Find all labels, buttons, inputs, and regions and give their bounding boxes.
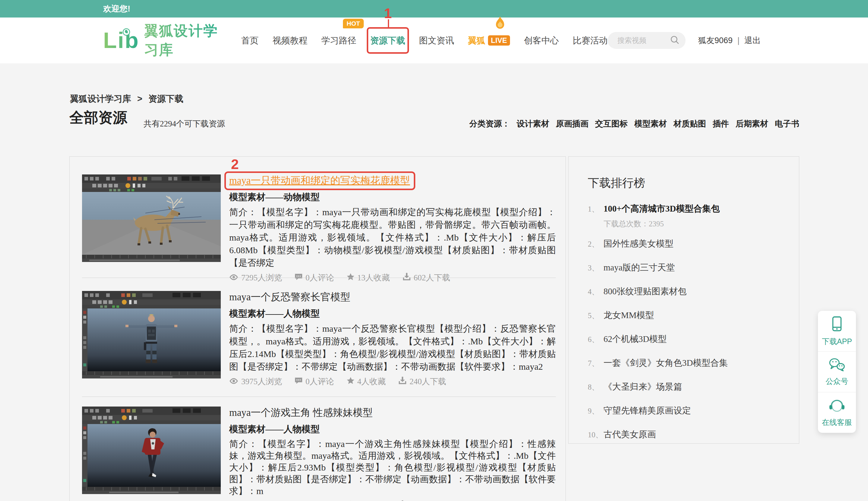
nav-item-maker-center[interactable]: 创客中心 [524,34,559,46]
site-logo[interactable]: Lib 翼狐设计学习库 [103,21,222,60]
ranking-item-7[interactable]: 7、 一套《剑灵》女角色3D模型合集 [588,357,780,370]
rank-text[interactable]: 古代美女原画 [604,428,656,440]
ranking-item-1[interactable]: 1、 100+个高清城市3D模型合集包 [588,203,780,215]
rank-text[interactable]: maya版的三寸天堂 [604,262,675,274]
rank-download-count: 下载总次数：2395 [604,220,780,228]
breadcrumb-current: 资源下载 [149,94,183,104]
welcome-bar: 欢迎您! [0,0,868,18]
resource-count: 共有2294个可下载资源 [144,118,225,129]
category-illustration[interactable]: 原画插画 [556,118,589,129]
downloads-stat: 141人下载 [398,500,446,501]
breadcrumb-root[interactable]: 翼狐设计学习库 [70,94,131,104]
ranking-item-3[interactable]: 3、 maya版的三寸天堂 [588,262,780,274]
category-filter: 分类资源： 设计素材 原画插画 交互图标 模型素材 材质贴图 插件 后期素材 电… [469,118,799,129]
downloads-count: 240人下载 [409,376,446,387]
user-info: 狐友9069 | 退出 [698,35,761,46]
rank-text[interactable]: 守望先锋精美原画设定 [604,404,691,416]
ranking-item-2[interactable]: 2、 国外性感美女模型 [588,237,780,250]
views-icon [229,377,238,386]
ranking-item-10[interactable]: 10、 古代美女原画 [588,428,780,441]
resource-thumbnail-officer[interactable] [82,291,221,379]
comments-icon [295,377,303,386]
comments-stat: 0人评论 [295,376,334,387]
search-box[interactable] [608,32,685,49]
resource-description: 简介：【模型名字】：maya一个游戏主角性感辣妹模型【模型介绍】：性感辣妹，游戏… [229,438,556,497]
header-right: 狐友9069 | 退出 [608,32,761,49]
service-icon [828,398,845,414]
live-badge: LIVE [488,35,510,45]
comments-count: 0人评论 [306,376,334,387]
live-prefix: 翼狐 [468,34,486,46]
nav-item-home[interactable]: 首页 [241,34,259,46]
downloads-stat: 240人下载 [398,376,446,387]
rank-text[interactable]: 《大圣归来》场景篇 [604,381,682,393]
welcome-text: 欢迎您! [103,4,130,13]
main-nav: 首页 视频教程 学习路径 HOT 资源下载 1 图文资讯 翼狐 LIVE 创客中… [241,34,608,46]
ranking-title: 下载排行榜 [569,157,799,190]
online-service-button[interactable]: 在线客服 [818,392,856,433]
nav-item-label: 学习路径 [321,35,356,45]
views-count: 3975人浏览 [241,376,282,387]
category-post[interactable]: 后期素材 [736,118,768,129]
search-icon[interactable] [670,35,680,46]
category-model[interactable]: 模型素材 [634,118,667,129]
favorites-stat: 4人收藏 [347,376,386,387]
category-ebook[interactable]: 电子书 [775,118,799,129]
user-separator: | [737,36,739,45]
views-count: 4471人浏览 [241,500,282,501]
resource-thumbnail-deer[interactable] [82,174,221,262]
resource-info: maya一个游戏主角 性感辣妹模型 模型素材——人物模型 简介：【模型名字】：m… [229,406,556,501]
logo-leaf-icon [122,28,130,37]
category-ui-icon[interactable]: 交互图标 [595,118,628,129]
ranking-item-8[interactable]: 8、 《大圣归来》场景篇 [588,381,780,393]
resource-description: 简介：【模型名字】：maya一个反恐警察长官模型【模型介绍】：反恐警察长官模型，… [229,322,556,373]
nav-item-live[interactable]: 翼狐 LIVE [468,34,510,46]
logout-link[interactable]: 退出 [744,35,761,46]
annotation-number-1: 1 [384,7,392,20]
rank-text[interactable]: 一套《剑灵》女角色3D模型合集 [604,357,728,369]
nav-item-video[interactable]: 视频教程 [273,34,308,46]
category-design[interactable]: 设计素材 [517,118,549,129]
resource-info: 2 maya一只带动画和绑定的写实梅花鹿模型 模型素材——动物模型 简介：【模型… [229,174,556,283]
search-input[interactable] [617,36,670,45]
ranking-list: 1、 100+个高清城市3D模型合集包 下载总次数：2395 2、 国外性感美女… [588,203,780,441]
resource-title-link[interactable]: maya一个反恐警察长官模型 [229,291,350,302]
download-app-button[interactable]: 下载APP [818,311,856,352]
rank-text[interactable]: 100+个高清城市3D模型合集包 [604,203,719,215]
category-label: 分类资源： [469,118,510,129]
category-plugin[interactable]: 插件 [713,118,729,129]
wechat-official-button[interactable]: 公众号 [818,352,856,392]
resource-thumbnail-heroine[interactable] [82,406,221,494]
app-icon [829,316,845,333]
category-texture[interactable]: 材质贴图 [673,118,706,129]
live-flame-icon [495,16,505,33]
wechat-icon [828,358,846,373]
download-app-label: 下载APP [822,337,852,347]
nav-item-contest[interactable]: 比赛活动 [573,34,608,46]
nav-item-learning-path[interactable]: 学习路径 HOT [321,34,356,46]
comments-stat: 0人评论 [295,500,334,501]
rank-text[interactable]: 国外性感美女模型 [604,237,673,249]
page-title: 全部资源 [69,108,127,127]
nav-item-resource-download[interactable]: 资源下载 1 [370,34,405,46]
ranking-item-9[interactable]: 9、 守望先锋精美原画设定 [588,404,780,417]
ranking-item-5[interactable]: 5、 龙女MM模型 [588,309,780,322]
nav-item-news[interactable]: 图文资讯 [419,34,454,46]
resource-info: maya一个反恐警察长官模型 模型素材——人物模型 简介：【模型名字】：maya… [229,291,556,387]
ranking-item-4[interactable]: 4、 800张纹理贴图素材包 [588,285,780,298]
rank-number: 1、 [588,203,604,215]
nav-item-label: 资源下载 [370,35,405,45]
rank-text[interactable]: 800张纹理贴图素材包 [604,285,687,297]
resource-description: 简介：【模型名字】：maya一只带动画和绑定的写实梅花鹿模型【模型介绍】：一只带… [229,206,556,269]
resource-title-link[interactable]: maya一个游戏主角 性感辣妹模型 [229,407,373,418]
rank-text[interactable]: 62个机械3D模型 [604,333,667,345]
rank-text[interactable]: 龙女MM模型 [604,309,654,321]
comments-count: 0人评论 [306,500,334,501]
username[interactable]: 狐友9069 [698,35,733,46]
resource-title-link[interactable]: maya一只带动画和绑定的写实梅花鹿模型 [229,175,410,186]
logo-name: 翼狐设计学习库 [144,21,222,60]
resource-stats: 3975人浏览 0人评论 4人收藏 240人下载 [229,376,556,387]
views-stat: 3975人浏览 [229,376,282,387]
item-divider [82,278,556,278]
ranking-item-6[interactable]: 6、 62个机械3D模型 [588,333,780,345]
